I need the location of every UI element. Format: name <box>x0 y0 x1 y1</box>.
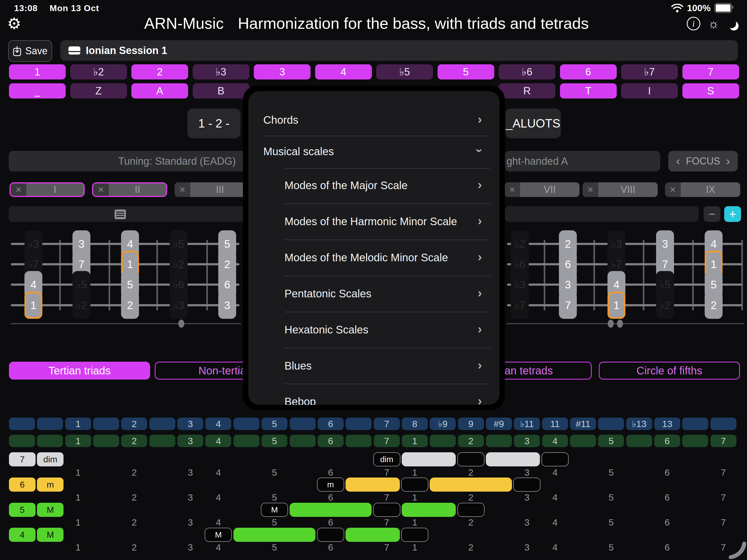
extension-cell[interactable]: 4 <box>205 418 231 430</box>
degree-cell[interactable]: 4 <box>542 435 568 447</box>
interval-button-♭2[interactable]: ♭2 <box>70 64 127 80</box>
modal-item-blues[interactable]: Blues› <box>248 355 499 377</box>
extension-cell[interactable]: ♭11 <box>514 418 540 430</box>
chord-tone-pill[interactable] <box>317 528 344 542</box>
extension-cell[interactable] <box>710 418 737 430</box>
modal-item-modes-of-the-harmonic-minor-scale[interactable]: Modes of the Harmonic Minor Scale› <box>248 211 499 232</box>
extension-cell[interactable] <box>598 418 624 430</box>
tab-III[interactable]: ×III <box>175 182 250 197</box>
extension-cell[interactable] <box>9 418 35 430</box>
sequence-right-box[interactable]: _ALUOTS <box>506 109 561 138</box>
fretboard-slider-right[interactable] <box>507 323 744 324</box>
degree-cell[interactable]: 6 <box>317 435 344 447</box>
slider-dot[interactable] <box>617 320 623 328</box>
chord-tone-pill[interactable] <box>457 452 485 466</box>
chord-interval-bar[interactable] <box>233 528 316 542</box>
letter-button-S[interactable]: S <box>682 83 739 99</box>
degree-cell[interactable]: 2 <box>121 435 147 447</box>
fret-note-♭7[interactable]: ♭7 <box>511 292 529 319</box>
chord-interval-bar[interactable] <box>402 503 456 517</box>
degree-cell[interactable] <box>37 435 63 447</box>
interval-button-5[interactable]: 5 <box>438 64 494 80</box>
fret-note-♭3[interactable]: ♭3 <box>170 292 187 319</box>
tab-VIII[interactable]: ×VIII <box>583 182 658 197</box>
close-icon[interactable]: × <box>583 182 598 197</box>
extension-cell[interactable] <box>290 418 316 430</box>
chord-quality-label[interactable]: M <box>37 528 63 542</box>
degree-cell[interactable] <box>570 435 596 447</box>
modal-item-musical-scales[interactable]: Musical scales› <box>248 140 499 162</box>
family-button-3[interactable]: Circle of fifths <box>599 362 740 379</box>
fret-note-♭2[interactable]: ♭2 <box>656 292 674 319</box>
extension-cell[interactable] <box>682 418 708 430</box>
chevron-left-icon[interactable]: ‹ <box>676 155 680 168</box>
degree-cell[interactable]: 2 <box>458 435 484 447</box>
extension-cell[interactable]: 2 <box>121 418 147 430</box>
letter-button-_[interactable]: _ <box>9 83 66 99</box>
remove-position-button[interactable]: − <box>703 206 720 222</box>
modal-item-modes-of-the-major-scale[interactable]: Modes of the Major Scale› <box>248 175 499 196</box>
degree-cell[interactable] <box>9 435 35 447</box>
modal-item-bebop[interactable]: Bebop› <box>248 391 499 405</box>
chord-interval-bar[interactable] <box>290 503 372 517</box>
letter-button-I[interactable]: I <box>621 83 678 99</box>
save-button[interactable]: Save <box>8 40 52 62</box>
tab-VII[interactable]: ×VII <box>504 182 579 197</box>
interval-button-♭3[interactable]: ♭3 <box>193 64 250 80</box>
letter-button-T[interactable]: T <box>560 83 617 99</box>
focus-button[interactable]: ‹ FOCUS › <box>668 151 738 171</box>
modal-item-hexatonic-scales[interactable]: Hexatonic Scales› <box>248 319 499 341</box>
chord-degree-label[interactable]: 4 <box>9 528 35 542</box>
add-position-button[interactable]: + <box>724 206 741 222</box>
degree-cell[interactable]: 4 <box>205 435 231 447</box>
close-icon[interactable]: × <box>175 182 190 197</box>
modal-item-pentatonic-scales[interactable]: Pentatonic Scales› <box>248 283 499 304</box>
pattern-bar-right[interactable] <box>505 206 699 222</box>
chord-tone-pill[interactable] <box>457 503 485 517</box>
chord-tone-pill[interactable] <box>401 528 428 542</box>
degree-cell[interactable]: 7 <box>374 435 400 447</box>
degree-cell[interactable] <box>626 435 652 447</box>
letter-button-A[interactable]: A <box>131 83 188 99</box>
interval-button-6[interactable]: 6 <box>560 64 617 80</box>
extension-cell[interactable] <box>93 418 119 430</box>
interval-button-3[interactable]: 3 <box>254 64 311 80</box>
letter-button-Z[interactable]: Z <box>70 83 127 99</box>
fretboard-slider-left[interactable] <box>11 323 241 324</box>
fret-note-2[interactable]: 2 <box>121 292 139 319</box>
extension-cell[interactable]: 6 <box>317 418 344 430</box>
fret-note-7[interactable]: 7 <box>559 292 577 319</box>
info-icon[interactable]: i <box>687 17 700 30</box>
degree-cell[interactable] <box>682 435 708 447</box>
slider-dot[interactable] <box>608 320 614 328</box>
dark-mode-moon-icon[interactable] <box>726 19 737 29</box>
family-button-0[interactable]: Tertian triads <box>9 362 150 379</box>
tab-I[interactable]: ×I <box>9 182 85 197</box>
close-icon[interactable]: × <box>504 182 520 197</box>
chord-tone-pill[interactable] <box>513 478 540 491</box>
extension-cell[interactable]: 8 <box>402 418 428 430</box>
chord-tone-pill[interactable] <box>401 478 428 491</box>
degree-cell[interactable]: 5 <box>261 435 287 447</box>
extension-cell[interactable]: 1 <box>65 418 91 430</box>
chord-root-pill[interactable]: dim <box>373 452 401 466</box>
chord-interval-bar[interactable] <box>430 478 512 491</box>
extension-cell[interactable]: 11 <box>542 418 568 430</box>
fret-note-3[interactable]: 3 <box>218 292 236 319</box>
extension-cell[interactable] <box>37 418 63 430</box>
fret-note-1[interactable]: 1 <box>608 292 625 319</box>
chord-degree-label[interactable]: 5 <box>9 503 35 517</box>
extension-cell[interactable]: 9 <box>458 418 484 430</box>
degree-cell[interactable]: 5 <box>598 435 624 447</box>
chord-interval-bar[interactable] <box>486 452 540 466</box>
chord-degree-label[interactable]: 7 <box>9 452 35 466</box>
degree-cell[interactable]: 3 <box>514 435 540 447</box>
chord-interval-bar[interactable] <box>345 478 400 491</box>
interval-button-♭5[interactable]: ♭5 <box>376 64 433 80</box>
handedness-box[interactable]: ght-handed A <box>505 151 660 171</box>
session-field[interactable]: Ionian Session 1 <box>60 40 738 61</box>
sequence-left-box[interactable]: 1 - 2 - <box>187 109 240 138</box>
extension-cell[interactable]: 13 <box>654 418 680 430</box>
degree-cell[interactable]: 6 <box>654 435 680 447</box>
degree-cell[interactable] <box>149 435 175 447</box>
